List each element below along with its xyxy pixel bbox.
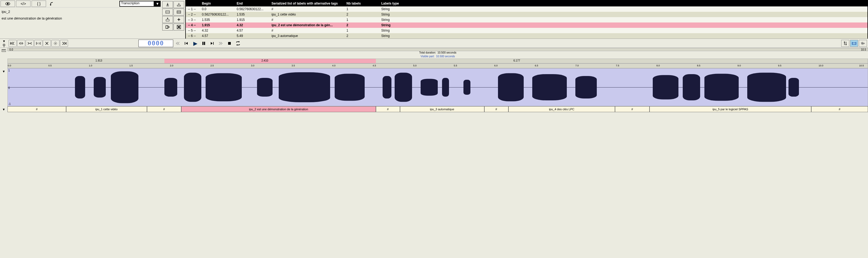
- svg-rect-24: [228, 42, 231, 45]
- table-cell: 1.535: [202, 18, 237, 22]
- nav-forward-button[interactable]: [60, 40, 68, 47]
- collapse-all-button[interactable]: [43, 40, 51, 47]
- skip-back-button[interactable]: [183, 40, 191, 47]
- selection-region[interactable]: [164, 59, 376, 63]
- waveform-area[interactable]: 1 0 -1: [7, 68, 868, 106]
- tag-button[interactable]: [162, 24, 173, 31]
- tier-cell[interactable]: #: [376, 106, 400, 112]
- grid-view-button[interactable]: [174, 8, 184, 15]
- top-section: </> { } Transcription ▾ ipu_2 est une dé…: [0, 0, 868, 39]
- table-cell: String: [381, 7, 416, 11]
- svg-rect-28: [2, 50, 6, 52]
- waveform-burst: [498, 73, 524, 101]
- time-ruler[interactable]: 0.00.51.01.52.02.53.03.54.04.55.05.56.06…: [7, 63, 868, 68]
- tier-collapse-toggle[interactable]: ▼: [1, 107, 7, 112]
- expand-horizontal-button[interactable]: [26, 40, 34, 47]
- table-row[interactable]: -- 4 --1.9154.32ipu_2 est une démonstrat…: [186, 23, 867, 28]
- table-row[interactable]: -- 1 --0.00.562760630122...#1String: [186, 6, 867, 12]
- waveform-burst: [335, 74, 365, 101]
- tier-cell[interactable]: ipu_2 est une démonstration de la généra…: [181, 106, 376, 112]
- play-button[interactable]: ▶: [191, 40, 199, 47]
- tier-cell[interactable]: #: [147, 106, 182, 112]
- loop-button[interactable]: [234, 40, 242, 47]
- table-cell: 4.57: [202, 34, 237, 38]
- tier-cell[interactable]: ipu_5 par le logiciel SPPAS: [650, 106, 811, 112]
- top-toolbar: </> { } Transcription ▾: [0, 0, 161, 7]
- tier-cell[interactable]: ipu_3 automatique: [400, 106, 484, 112]
- waveform-collapse-toggle[interactable]: ▼: [1, 69, 7, 74]
- waveform-burst: [788, 78, 799, 97]
- next-region-button[interactable]: [217, 40, 225, 47]
- delete-button[interactable]: [174, 24, 184, 31]
- waveform-burst: [705, 74, 739, 101]
- table-row[interactable]: -- 5 --4.324.57#1String: [186, 28, 867, 33]
- table-cell: 0.0: [202, 7, 237, 11]
- tier-selector[interactable]: Transcription ▾: [119, 1, 161, 7]
- annotation-info-area: ipu_2 est une démonstration de la généra…: [0, 7, 161, 38]
- tier-cell[interactable]: ipu_1 cette vidéo: [66, 106, 147, 112]
- ruler-tick: 5.0: [413, 64, 416, 67]
- sort-button[interactable]: [841, 40, 849, 47]
- table-cell: String: [381, 12, 416, 16]
- table-row[interactable]: -- 6 --4.575.49ipu_3 automatique2String: [186, 33, 867, 38]
- tier-cell[interactable]: #: [811, 106, 868, 112]
- boundary-out-button[interactable]: [34, 40, 42, 47]
- fit-selection-button[interactable]: [17, 40, 25, 47]
- waveform-settings-button[interactable]: [859, 40, 867, 47]
- table-cell: -- 2 --: [186, 12, 202, 16]
- table-row[interactable]: -- 3 --1.5351.915#1String: [186, 17, 867, 23]
- overview-bar[interactable]: 1.9132.4106.177: [7, 59, 868, 63]
- view-mode-button[interactable]: [1, 1, 15, 7]
- tier-cell[interactable]: #: [7, 106, 66, 112]
- waveform-burst: [747, 72, 786, 102]
- table-cell: 1: [346, 18, 381, 22]
- player-toolbar: ▼ 0000 ▶: [0, 39, 868, 48]
- table-cell: 1.915: [202, 23, 237, 27]
- center-cursor-button[interactable]: [52, 40, 59, 47]
- table-cell: 1.915: [237, 18, 272, 22]
- nav-rewind-button[interactable]: [8, 40, 17, 47]
- time-start: 0.0: [9, 48, 13, 51]
- waveform-burst: [257, 78, 273, 97]
- waveform-burst: [164, 78, 177, 97]
- counter-value: 0000: [148, 40, 164, 46]
- waveform-section: ▼ 1 0 -1: [0, 68, 868, 106]
- pin-marker-icon[interactable]: [1, 43, 7, 47]
- table-cell: 4.57: [237, 29, 272, 32]
- waveform-burst: [683, 74, 700, 100]
- dropdown-arrow-icon[interactable]: ▾: [154, 1, 161, 7]
- overview-marker: 6.177: [514, 59, 520, 62]
- code-view-button[interactable]: </>: [16, 1, 31, 7]
- waveform-gutter: ▼: [0, 68, 7, 106]
- table-row[interactable]: -- 2 --0.562760630122...1.535ipu_1 cette…: [186, 12, 867, 17]
- pause-button[interactable]: [200, 40, 208, 47]
- row-view-button[interactable]: [162, 8, 173, 15]
- add-above-button[interactable]: [162, 16, 173, 23]
- tier-cell[interactable]: ipu_4 des clés LPC: [508, 106, 615, 112]
- ruler-tick: 8.0: [656, 64, 660, 67]
- table-cell: 0.562760630122...: [237, 7, 272, 11]
- braces-button[interactable]: { }: [32, 1, 46, 7]
- tier-cell[interactable]: #: [484, 106, 508, 112]
- undo-button[interactable]: [47, 1, 57, 7]
- table-cell: 1: [346, 7, 381, 11]
- region-tool-button[interactable]: [850, 40, 858, 47]
- insert-row-button[interactable]: [174, 1, 184, 8]
- import-button[interactable]: [162, 1, 173, 8]
- ruler-icon[interactable]: [1, 48, 7, 53]
- time-end: 10.5: [861, 48, 866, 51]
- tier-cell[interactable]: #: [615, 106, 650, 112]
- add-button[interactable]: [174, 16, 184, 23]
- tier-track[interactable]: #ipu_1 cette vidéo#ipu_2 est une démonst…: [7, 106, 868, 113]
- annotations-table[interactable]: Begin End Serialized list of labels with…: [186, 1, 867, 38]
- collapse-toggle[interactable]: ▼: [1, 39, 7, 43]
- stop-button[interactable]: [225, 40, 234, 47]
- svg-rect-22: [204, 42, 205, 45]
- skip-forward-button[interactable]: [208, 40, 216, 47]
- table-cell: ipu_3 automatique: [272, 34, 346, 38]
- annotations-table-panel: Begin End Serialized list of labels with…: [185, 0, 868, 38]
- svg-rect-2: [177, 5, 181, 6]
- col-header-begin: Begin: [202, 2, 237, 5]
- ruler-tick: 2.5: [211, 64, 214, 67]
- prev-region-button[interactable]: [174, 40, 182, 47]
